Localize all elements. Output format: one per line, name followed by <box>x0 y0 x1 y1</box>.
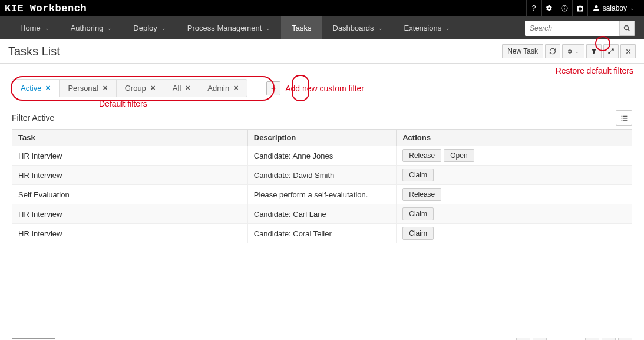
nav-deploy[interactable]: Deploy⌄ <box>123 16 176 39</box>
filter-tab-group[interactable]: Group✕ <box>117 80 164 97</box>
cell-actions: Claim <box>397 166 632 185</box>
topbar: KIE Workbench ? salaboy ⌄ <box>0 0 644 16</box>
release-button[interactable]: Release <box>402 188 441 201</box>
close-icon[interactable]: ✕ <box>103 84 108 92</box>
close-icon[interactable]: ✕ <box>45 84 51 92</box>
settings-dropdown-button[interactable]: ⌄ <box>562 44 584 58</box>
gear-icon[interactable] <box>541 0 557 16</box>
svg-point-4 <box>625 25 629 29</box>
cell-task: Self Evaluation <box>12 185 248 204</box>
annotation-add-new-filter: Add new custom filter <box>285 84 364 93</box>
search-icon <box>623 25 630 32</box>
svg-rect-15 <box>623 120 627 121</box>
chevron-down-icon: ⌄ <box>378 25 383 31</box>
cell-actions: ReleaseOpen <box>397 146 632 166</box>
search-button[interactable] <box>619 21 635 36</box>
first-page-button[interactable] <box>516 338 530 340</box>
refresh-button[interactable] <box>545 44 560 58</box>
list-icon <box>620 114 628 122</box>
cell-task: HR Interview <box>12 146 248 166</box>
info-icon[interactable] <box>557 0 572 16</box>
filter-tab-active[interactable]: Active✕ <box>12 80 60 97</box>
claim-button[interactable]: Claim <box>402 169 434 181</box>
table-row[interactable]: HR InterviewCandidate: David SmithClaim <box>12 166 632 185</box>
current-filter-label: Filter Active <box>12 113 54 123</box>
svg-line-5 <box>628 29 630 31</box>
column-header-actions: Actions <box>397 130 632 146</box>
cell-description: Please perform a self-evalutation. <box>247 185 396 204</box>
filter-tab-admin[interactable]: Admin✕ <box>199 80 247 97</box>
list-view-toggle-button[interactable] <box>616 110 632 126</box>
search-box <box>525 21 635 36</box>
filter-tab-personal[interactable]: Personal✕ <box>60 80 116 97</box>
nav-extensions[interactable]: Extensions⌄ <box>394 16 461 39</box>
refresh-icon <box>549 48 556 55</box>
page-header: Tasks List New Task ⌄ <box>0 39 644 64</box>
close-icon[interactable]: ✕ <box>185 84 190 92</box>
gear-icon <box>567 48 573 55</box>
pagination: 1-5 of 5 <box>516 338 632 340</box>
topbar-right: ? salaboy ⌄ <box>526 0 639 16</box>
close-icon <box>625 48 632 55</box>
annotation-restore-filters: Restore default filters <box>0 64 644 75</box>
filter-tabs: Active✕ Personal✕ Group✕ All✕ Admin✕ <box>12 79 247 97</box>
filter-tabs-row: Active✕ Personal✕ Group✕ All✕ Admin✕ Add… <box>0 79 644 97</box>
column-header-description[interactable]: Description <box>247 130 396 146</box>
prev-page-button[interactable] <box>533 338 547 340</box>
camera-icon[interactable] <box>572 0 587 16</box>
filter-tab-all[interactable]: All✕ <box>164 80 199 97</box>
nav-dashboards[interactable]: Dashboards⌄ <box>322 16 394 39</box>
cell-task: HR Interview <box>12 204 248 224</box>
chevron-down-icon: ⌄ <box>630 5 635 11</box>
table-row[interactable]: HR InterviewCandidate: Coral TellerClaim <box>12 224 632 243</box>
svg-rect-10 <box>621 115 622 117</box>
cell-task: HR Interview <box>12 224 248 243</box>
header-toolbar: New Task ⌄ <box>502 44 636 58</box>
filter-button[interactable] <box>586 44 602 58</box>
next-page-button[interactable] <box>585 338 599 340</box>
last-page-button[interactable] <box>602 338 616 340</box>
user-menu[interactable]: salaboy ⌄ <box>587 0 639 16</box>
chevron-down-icon: ⌄ <box>445 25 450 31</box>
close-icon[interactable]: ✕ <box>150 84 156 92</box>
nav-authoring[interactable]: Authoring⌄ <box>60 16 123 39</box>
help-icon[interactable]: ? <box>526 0 541 16</box>
filter-label-row: Filter Active <box>0 97 644 129</box>
cell-description: Candidate: Carl Lane <box>247 204 396 224</box>
filter-icon <box>590 48 597 55</box>
cell-description: Candidate: Coral Teller <box>247 224 396 243</box>
search-input[interactable] <box>525 21 619 36</box>
cell-actions: Claim <box>397 224 632 243</box>
svg-rect-12 <box>621 117 622 118</box>
plus-icon <box>270 85 276 91</box>
next-set-button[interactable] <box>618 338 632 340</box>
annotation-default-filters: Default filters <box>99 99 147 108</box>
expand-button[interactable] <box>603 44 619 58</box>
table-row[interactable]: HR InterviewCandidate: Anne JonesRelease… <box>12 146 632 166</box>
release-button[interactable]: Release <box>402 149 441 162</box>
close-icon[interactable]: ✕ <box>233 84 239 92</box>
new-task-button[interactable]: New Task <box>502 44 543 58</box>
cell-task: HR Interview <box>12 166 248 185</box>
claim-button[interactable]: Claim <box>402 227 434 240</box>
claim-button[interactable]: Claim <box>402 207 434 220</box>
svg-rect-13 <box>623 117 627 118</box>
open-button[interactable]: Open <box>444 149 474 162</box>
nav-process-management[interactable]: Process Management⌄ <box>177 16 281 39</box>
tasks-table: Task Description Actions HR InterviewCan… <box>12 129 632 243</box>
column-header-task[interactable]: Task <box>12 130 248 146</box>
cell-actions: Claim <box>397 204 632 224</box>
chevron-down-icon: ⌄ <box>161 25 166 31</box>
nav-tasks[interactable]: Tasks <box>281 16 322 39</box>
close-panel-button[interactable] <box>620 44 636 58</box>
table-row[interactable]: Self EvaluationPlease perform a self-eva… <box>12 185 632 204</box>
add-filter-button[interactable] <box>266 81 280 95</box>
page-title: Tasks List <box>8 45 60 58</box>
table-footer: 10 Items 1-5 of 5 <box>0 332 644 340</box>
svg-rect-14 <box>621 120 622 121</box>
cell-actions: Release <box>397 185 632 204</box>
nav-home[interactable]: Home⌄ <box>9 16 60 39</box>
chevron-down-icon: ⌄ <box>107 25 112 31</box>
user-name: salaboy <box>603 4 627 12</box>
table-row[interactable]: HR InterviewCandidate: Carl LaneClaim <box>12 204 632 224</box>
